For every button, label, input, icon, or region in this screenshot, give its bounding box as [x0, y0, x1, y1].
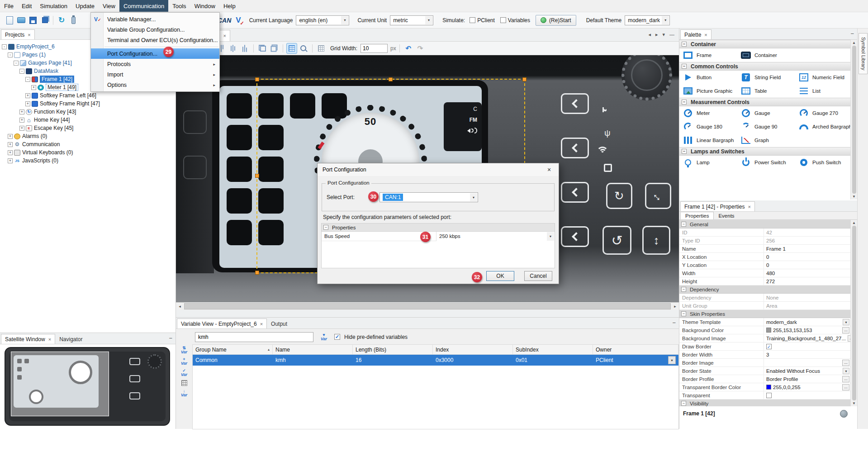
ellipsis-button[interactable]: ... [842, 376, 849, 382]
scroll-up-icon[interactable]: ▲ [852, 221, 856, 225]
checkbox-checked[interactable]: ✓ [766, 344, 772, 349]
palette-item-gauge-90[interactable]: Gauge 90 [737, 122, 795, 132]
expander-icon[interactable]: - [25, 77, 30, 82]
tab-symbol-library[interactable]: Symbol Library [859, 33, 868, 74]
save-all-button[interactable] [39, 14, 51, 26]
section-general[interactable]: −General [679, 220, 850, 228]
variables-checkbox[interactable] [500, 17, 506, 23]
dialog-close-button[interactable]: × [540, 163, 559, 176]
palette-item-list[interactable]: List [795, 86, 853, 96]
tree-item-softkey-right[interactable]: +Softkey Frame Right [47] [0, 100, 175, 108]
column-name[interactable]: Name [273, 345, 353, 354]
section-visibility[interactable]: −Visibility [679, 400, 850, 406]
palette-item-linear-bargraph[interactable]: Linear Bargraph [679, 135, 737, 145]
dialog-titlebar[interactable]: Port Configuration [318, 163, 559, 176]
same-height-button[interactable] [269, 43, 280, 54]
property-row-border-width[interactable]: Border Width3 [679, 351, 850, 359]
collapse-icon[interactable]: − [681, 311, 686, 316]
canvas-horizontal-scrollbar[interactable]: ◂ ▸ [176, 302, 679, 310]
property-row-theme-template[interactable]: Theme Templatemodern_dark▾ [679, 318, 850, 326]
minimize-icon[interactable]: − [169, 335, 172, 341]
menu-view[interactable]: View [99, 0, 119, 12]
tree-item-softkey-left[interactable]: +Softkey Frame Left [46] [0, 91, 175, 100]
expander-icon[interactable]: + [8, 158, 13, 163]
column-group-name[interactable]: Group Name▴ [193, 345, 273, 354]
minimize-icon[interactable]: — [669, 32, 674, 38]
expander-icon[interactable]: - [8, 52, 13, 57]
menu-edit[interactable]: Edit [18, 0, 36, 12]
align-middle-button[interactable] [228, 43, 238, 54]
sync-button[interactable]: ↻ [56, 14, 67, 26]
close-icon[interactable]: × [748, 204, 750, 209]
table-row[interactable]: Common kmh 16 0x3000 0x01 PClient▾ [193, 355, 678, 366]
column-subindex[interactable]: SubIndex [513, 345, 593, 354]
palette-item-lamp[interactable]: Lamp [679, 157, 737, 167]
ellipsis-button[interactable]: ... [842, 360, 849, 366]
menu-help[interactable]: Help [219, 0, 240, 12]
tab-navigator[interactable]: Navigator [55, 334, 86, 344]
property-row-border-state[interactable]: Border StateEnabled Without Focus▾ [679, 367, 850, 375]
same-width-button[interactable] [257, 43, 268, 54]
property-row-name[interactable]: NameFrame 1 [679, 245, 850, 253]
property-row-draw-border[interactable]: Draw Border✓ [679, 343, 850, 351]
scrollbar-thumb[interactable] [184, 303, 671, 309]
scrollbar-thumb[interactable] [852, 226, 856, 400]
align-bottom-button[interactable] [239, 43, 250, 54]
palette-item-arched-bargraph[interactable]: Arched Bargraph [795, 122, 853, 132]
property-row-border-image[interactable]: Border Image... [679, 359, 850, 367]
menu-simulation[interactable]: Simulation [36, 0, 71, 12]
property-row-width[interactable]: Width480 [679, 269, 850, 277]
scroll-right-icon[interactable]: ▸ [671, 303, 679, 310]
palette-item-button[interactable]: Button [679, 72, 737, 82]
close-icon[interactable]: × [48, 337, 51, 342]
restart-button[interactable]: (Re)Start [536, 15, 576, 26]
section-skin-properties[interactable]: −Skin Properties [679, 310, 850, 318]
tab-list-icon[interactable]: ▾ [662, 32, 665, 38]
collapse-icon[interactable]: − [323, 225, 328, 230]
property-row-background-color[interactable]: Background Color255,153,153,153... [679, 326, 850, 334]
variable-search-input[interactable] [195, 332, 313, 342]
hide-predefined-checkbox[interactable]: ✓ [334, 334, 340, 340]
language-select[interactable]: english (en)▾ [296, 15, 349, 25]
property-row-transparent[interactable]: Transparent [679, 391, 850, 400]
save-button[interactable] [27, 14, 39, 26]
close-icon[interactable]: × [223, 33, 226, 38]
new-project-button[interactable] [4, 14, 15, 26]
open-project-button[interactable] [15, 14, 27, 26]
expander-icon[interactable]: + [19, 109, 24, 114]
select-port-dropdown[interactable]: CAN:1▾ [379, 192, 478, 202]
palette-item-push-switch[interactable]: Push Switch [795, 157, 853, 167]
chevron-down-icon[interactable]: ▾ [843, 368, 849, 374]
chevron-down-icon[interactable]: ▾ [668, 356, 676, 364]
property-row-x-location[interactable]: X Location0 [679, 253, 850, 261]
menu-window[interactable]: Window [190, 0, 219, 12]
expander-icon[interactable]: + [25, 93, 30, 98]
section-dependency[interactable]: −Dependency [679, 285, 850, 294]
var-grid-button[interactable] [178, 380, 190, 386]
expander-icon[interactable]: - [2, 44, 7, 49]
tree-item-function-key[interactable]: +↻Function Key [43] [0, 108, 175, 116]
zoom-button[interactable] [298, 43, 309, 54]
scroll-up-icon[interactable]: ▲ [852, 41, 856, 45]
property-row-transparent-border-color[interactable]: Transparent Border Color255,0,0,255... [679, 383, 850, 391]
grid-width-input[interactable] [360, 44, 388, 53]
collapse-icon[interactable]: − [682, 64, 687, 69]
scroll-down-icon[interactable]: ▼ [852, 401, 856, 405]
pclient-checkbox[interactable] [470, 17, 475, 23]
bus-speed-dropdown[interactable]: 250 kbps▾ [436, 232, 555, 241]
var-search-button[interactable]: ▾Var [318, 333, 330, 341]
theme-select[interactable]: modern_dark▾ [625, 15, 670, 25]
collapse-icon[interactable]: − [682, 100, 687, 105]
property-row-background-image[interactable]: Background ImageTraining_Background_1_48… [679, 334, 850, 343]
section-measurement-controls[interactable]: −Measurement Controls [679, 98, 857, 106]
tab-next-icon[interactable]: ▸ [655, 32, 658, 38]
tab-properties[interactable]: Properties [680, 212, 714, 219]
column-length[interactable]: Length (Bits) [353, 345, 433, 354]
expander-icon[interactable]: + [31, 85, 36, 90]
expander-icon[interactable]: + [25, 101, 30, 106]
menu-item-protocols[interactable]: Protocols▸ [91, 59, 219, 69]
collapse-icon[interactable]: − [681, 287, 686, 292]
unit-select[interactable]: metric▾ [390, 15, 433, 25]
scrollbar-thumb[interactable] [852, 46, 856, 194]
palette-item-container[interactable]: Container [737, 50, 795, 60]
